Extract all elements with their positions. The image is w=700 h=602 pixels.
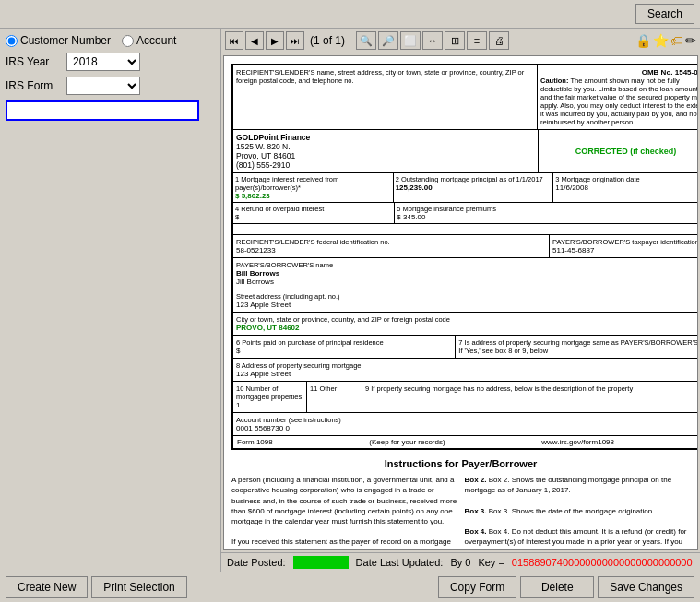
box8: 8 Address of property securing mortgage … [233, 359, 698, 382]
delete-button[interactable]: Delete [520, 576, 594, 598]
nav-toolbar: ⏮ ◀ ▶ ⏭ (1 of 1) 🔍 🔎 ⬜ ↔ ⊞ ≡ 🖨 🔒 ⭐ 🏷 ✏ [221, 29, 700, 53]
key-label: Key = [478, 557, 504, 568]
nav-last-button[interactable]: ⏭ [286, 31, 304, 50]
box10: 10 Number of mortgaged properties 1 [233, 382, 307, 412]
box11: 11 Other [307, 382, 362, 412]
nav-first-button[interactable]: ⏮ [225, 31, 243, 50]
box3: 3 Mortgage origination date 11/6/2008 [553, 173, 698, 202]
irs-form-label: IRS Form [6, 79, 61, 92]
status-bar: Date Posted: Date Last Updated: By 0 Key… [221, 552, 700, 572]
irs-year-select[interactable]: 2018 2017 2016 [66, 53, 140, 71]
recipient-label: RECIPIENT'S/LENDER'S name, street addres… [233, 65, 538, 129]
key-value: 01588907400000000000000000000000 [512, 557, 693, 568]
irs-form-select[interactable] [66, 77, 140, 95]
print-button[interactable]: 🖨 [489, 31, 509, 50]
irs-year-label: IRS Year [6, 55, 61, 68]
account-section: Account number (see instructions) 0001 5… [233, 413, 698, 435]
copy-form-button[interactable]: Copy Form [438, 576, 516, 598]
document-content: RECIPIENT'S/LENDER'S name, street addres… [224, 56, 697, 550]
tag-icon: 🏷 [670, 33, 683, 48]
address-section: Street address (including apt. no.) 123 … [233, 289, 698, 313]
create-new-button[interactable]: Create New [6, 576, 88, 598]
caution-box: OMB No. 1545-0901 Caution: The amount sh… [538, 65, 698, 129]
star-icon: ⭐ [653, 33, 669, 48]
date-posted-value [293, 556, 349, 569]
save-changes-button[interactable]: Save Changes [598, 576, 694, 598]
fit-page-button[interactable]: ⬜ [400, 31, 421, 50]
box5: 5 Mortgage insurance premiums $ 345.00 [395, 203, 698, 223]
radio-customer-number[interactable]: Customer Number [6, 34, 111, 47]
print-selection-button[interactable]: Print Selection [91, 576, 186, 598]
zoom-in-button[interactable]: 🔍 [356, 31, 376, 50]
view-option2[interactable]: ≡ [467, 31, 487, 50]
irs-year-row: IRS Year 2018 2017 2016 [6, 53, 215, 71]
document-area[interactable]: RECIPIENT'S/LENDER'S name, street addres… [223, 55, 698, 550]
form-1098: RECIPIENT'S/LENDER'S name, street addres… [231, 64, 698, 450]
box9: 9 If property securing mortgage has no a… [362, 382, 698, 412]
city-section: City or town, state or province, country… [233, 313, 698, 336]
lock-icon: 🔒 [635, 33, 651, 48]
irs-form-row: IRS Form [6, 77, 215, 95]
instructions-col-left: A person (including a financial institut… [231, 475, 457, 550]
box7: 7 Is address of property securing mortga… [456, 336, 698, 358]
payer-id-box: PAYER'S/BORROWER'S taxpayer identificati… [550, 235, 698, 257]
zoom-out-button[interactable]: 🔎 [378, 31, 398, 50]
form-footer: Form 1098 (Keep for your records) www.ir… [233, 435, 698, 448]
box4: 4 Refund of overpaid interest $ [233, 203, 395, 223]
pencil-icon: ✏ [685, 33, 696, 48]
search-button[interactable]: Search [635, 4, 694, 24]
recipient-details: GOLDPoint Finance 1525 W. 820 N. Provo, … [233, 130, 538, 172]
federal-id-box: RECIPIENT'S/LENDER'S federal identificat… [233, 235, 550, 257]
box1: 1 Mortgage interest received from payer(… [233, 173, 394, 202]
box2: 2 Outstanding mortgage principal as of 1… [394, 173, 554, 202]
nav-next-button[interactable]: ▶ [266, 31, 284, 50]
fit-width-button[interactable]: ↔ [422, 31, 443, 50]
page-info: (1 of 1) [310, 34, 345, 47]
payer-name-section: PAYER'S/BORROWER'S name Bill Borrows Jil… [233, 258, 698, 289]
nav-prev-button[interactable]: ◀ [245, 31, 264, 50]
bottom-bar: Create New Print Selection Copy Form Del… [0, 572, 700, 602]
instructions-section: Instructions for Payer/Borrower A person… [231, 457, 690, 550]
date-posted-label: Date Posted: [227, 557, 286, 568]
by-value: By 0 [450, 557, 470, 568]
instructions-col-right: Box 2. Box 2. Shows the outstanding mort… [465, 475, 691, 550]
radio-group: Customer Number Account [6, 34, 215, 47]
search-input[interactable] [6, 100, 199, 121]
view-option1[interactable]: ⊞ [445, 31, 465, 50]
box6: 6 Points paid on purchase of principal r… [233, 336, 456, 358]
search-input-container [6, 100, 215, 121]
corrected-label: CORRECTED (if checked) [538, 130, 698, 172]
radio-account[interactable]: Account [122, 34, 176, 47]
date-updated-label: Date Last Updated: [356, 557, 444, 568]
